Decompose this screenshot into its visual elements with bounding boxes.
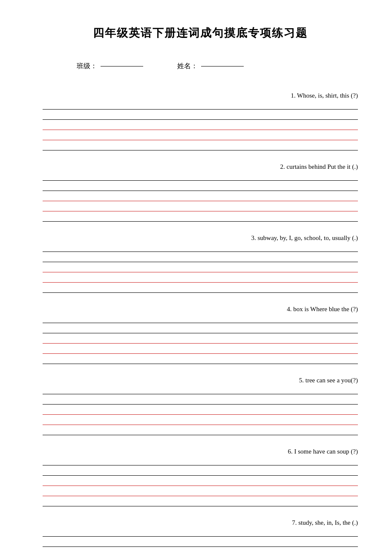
- answer-line-2-2: [43, 194, 358, 201]
- answer-lines-5: [43, 387, 358, 435]
- answer-line-3-4: [43, 285, 358, 293]
- answer-line-1-0: [43, 102, 358, 110]
- answer-line-7-1: [43, 539, 358, 547]
- question-block-3: 3. subway, by, I, go, school, to, usuall…: [43, 234, 358, 293]
- answer-line-1-1: [43, 112, 358, 120]
- answer-line-2-1: [43, 183, 358, 191]
- name-input-line: [201, 66, 244, 66]
- answer-line-3-0: [43, 244, 358, 252]
- answer-line-6-4: [43, 499, 358, 506]
- answer-line-5-3: [43, 417, 358, 425]
- question-block-7: 7. study, she, in, Is, the (.): [43, 519, 358, 555]
- answer-line-6-2: [43, 478, 358, 486]
- answer-line-5-0: [43, 387, 358, 394]
- answer-lines-3: [43, 244, 358, 293]
- class-input-line: [101, 66, 143, 66]
- page-title: 四年级英语下册连词成句摸底专项练习题: [43, 26, 358, 40]
- answer-line-3-3: [43, 275, 358, 283]
- name-label: 姓名：: [177, 62, 198, 71]
- answer-line-5-4: [43, 428, 358, 435]
- answer-line-5-2: [43, 407, 358, 415]
- answer-line-1-4: [43, 143, 358, 150]
- question-text-6: 6. I some have can soup (?): [43, 448, 358, 455]
- question-block-6: 6. I some have can soup (?): [43, 448, 358, 506]
- answer-line-4-4: [43, 356, 358, 364]
- questions-section: 1. Whose, is, shirt, this (?)2. curtains…: [43, 92, 358, 555]
- class-label: 班级：: [77, 62, 97, 71]
- answer-lines-6: [43, 458, 358, 506]
- question-text-4: 4. box is Where blue the (?): [43, 306, 358, 313]
- answer-line-2-4: [43, 214, 358, 222]
- answer-lines-1: [43, 102, 358, 150]
- answer-line-3-1: [43, 254, 358, 262]
- answer-line-6-3: [43, 489, 358, 496]
- answer-lines-2: [43, 173, 358, 222]
- name-field: 姓名：: [177, 62, 244, 71]
- question-text-7: 7. study, she, in, Is, the (.): [43, 519, 358, 526]
- question-text-5: 5. tree can see a you(?): [43, 377, 358, 384]
- answer-line-7-0: [43, 529, 358, 537]
- answer-line-6-0: [43, 458, 358, 465]
- question-block-1: 1. Whose, is, shirt, this (?): [43, 92, 358, 150]
- answer-line-2-0: [43, 173, 358, 181]
- answer-line-5-1: [43, 397, 358, 405]
- question-text-2: 2. curtains behind Put the it (.): [43, 163, 358, 171]
- question-text-3: 3. subway, by, I, go, school, to, usuall…: [43, 234, 358, 242]
- answer-lines-7: [43, 529, 358, 555]
- question-text-1: 1. Whose, is, shirt, this (?): [43, 92, 358, 99]
- info-row: 班级： 姓名：: [43, 62, 358, 71]
- answer-line-4-1: [43, 326, 358, 333]
- class-field: 班级：: [77, 62, 143, 71]
- answer-line-4-3: [43, 346, 358, 354]
- answer-line-7-2: [43, 549, 358, 555]
- question-block-2: 2. curtains behind Put the it (.): [43, 163, 358, 222]
- question-block-4: 4. box is Where blue the (?): [43, 306, 358, 364]
- answer-line-6-1: [43, 468, 358, 476]
- answer-line-1-2: [43, 122, 358, 130]
- answer-line-4-0: [43, 315, 358, 323]
- answer-line-2-3: [43, 204, 358, 211]
- answer-line-3-2: [43, 265, 358, 272]
- answer-lines-4: [43, 315, 358, 364]
- question-block-5: 5. tree can see a you(?): [43, 377, 358, 435]
- answer-line-4-2: [43, 336, 358, 344]
- answer-line-1-3: [43, 133, 358, 140]
